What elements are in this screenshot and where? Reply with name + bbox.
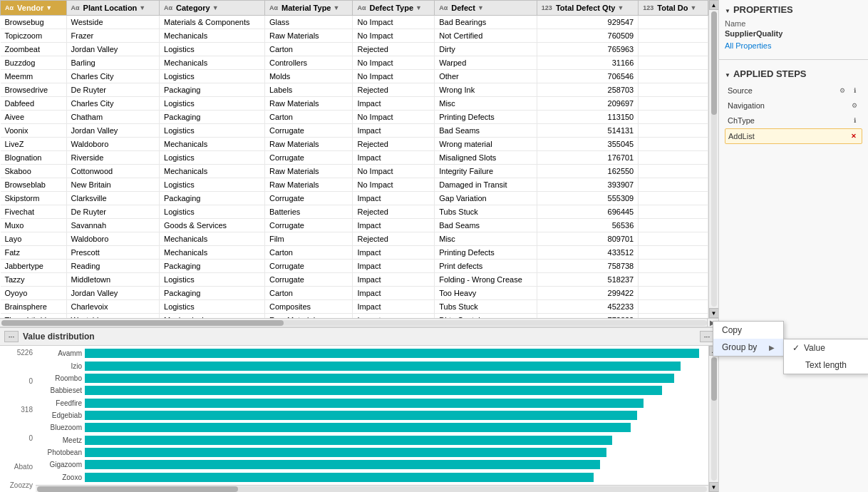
table-row[interactable]: FivechatDe RuyterLogisticsBatteriesRejec…: [1, 205, 708, 219]
y-label: Abato: [3, 463, 33, 471]
cell-3-6: 31166: [537, 56, 638, 70]
table-row[interactable]: LiveZWaldoboroMechanicalsRaw MaterialsRe…: [1, 138, 708, 151]
table-row[interactable]: MuxoSavannahGoods & ServicesCorrugateImp…: [1, 219, 708, 232]
step-settings-icon[interactable]: ⚙: [837, 86, 847, 96]
cell-8-5: Bad Seams: [435, 124, 537, 138]
cell-21-2: Logistics: [160, 300, 265, 314]
cell-3-1: Barling: [66, 56, 160, 70]
step-item-chtype[interactable]: ChType ℹ: [725, 113, 862, 128]
cell-12-2: Logistics: [160, 178, 265, 192]
col-header-defect_type[interactable]: AαDefect Type▼: [353, 1, 435, 16]
table-row[interactable]: BrainsphereCharlevoixLogisticsComposites…: [1, 300, 708, 314]
cell-15-1: Savannah: [66, 219, 160, 232]
col-header-total_do[interactable]: 123Total Do▼: [639, 1, 708, 16]
cell-7-6: 113150: [537, 111, 638, 124]
cell-5-5: Wrong Ink: [435, 83, 537, 97]
applied-steps-header[interactable]: APPLIED STEPS: [725, 68, 862, 79]
cell-13-5: Gap Variation: [435, 192, 537, 205]
cell-0-5: Bad Bearings: [435, 16, 537, 29]
cell-5-6: 258703: [537, 83, 638, 97]
cell-7-3: Carton: [264, 111, 353, 124]
cell-18-2: Packaging: [160, 260, 265, 273]
table-row[interactable]: BrowseblabNew BritainLogisticsRaw Materi…: [1, 178, 708, 192]
table-row[interactable]: SkabooCottonwoodMechanicalsRaw Materials…: [1, 165, 708, 178]
all-properties-link[interactable]: All Properties: [725, 41, 771, 50]
submenu-text-length-item[interactable]: Text length: [784, 357, 868, 374]
col-header-vendor[interactable]: AαVendor▼: [1, 1, 67, 16]
table-row[interactable]: BuzzdogBarlingMechanicalsControllersNo I…: [1, 56, 708, 70]
cell-0-3: Glass: [264, 16, 353, 29]
step-delete-icon[interactable]: ✕: [849, 131, 859, 141]
step-item-source[interactable]: Source ⚙ℹ: [725, 83, 862, 98]
chart-corner-btn[interactable]: ···: [700, 331, 714, 342]
cell-17-5: Printing Defects: [435, 246, 537, 260]
table-row[interactable]: AiveeChathamPackagingCartonNo ImpactPrin…: [1, 111, 708, 124]
cell-8-2: Logistics: [160, 124, 265, 138]
table-row[interactable]: TazzyMiddletownLogisticsCorrugateImpactF…: [1, 273, 708, 287]
table-row[interactable]: SkipstormClarksvillePackagingCorrugateIm…: [1, 192, 708, 205]
table-row[interactable]: BlognationRiversideLogisticsCorrugateImp…: [1, 151, 708, 165]
copy-menu-item[interactable]: Copy: [713, 322, 783, 339]
chart-scroll-down[interactable]: ▼: [709, 482, 719, 492]
step-item-addlist[interactable]: AddList ✕: [725, 128, 862, 144]
cell-15-5: Bad Seams: [435, 219, 537, 232]
step-settings-icon[interactable]: ⚙: [849, 101, 859, 111]
cell-4-6: 706546: [537, 70, 638, 83]
cell-5-2: Packaging: [160, 83, 265, 97]
step-info-icon[interactable]: ℹ: [849, 116, 859, 125]
cell-19-1: Middletown: [66, 273, 160, 287]
bar-fill: [85, 386, 662, 395]
cell-12-1: New Britain: [66, 178, 160, 192]
table-wrapper[interactable]: AαVendor▼AαPlant Location▼AαCategory▼AαM…: [0, 0, 708, 318]
cell-13-6: 555309: [537, 192, 638, 205]
cell-14-0: Fivechat: [1, 205, 67, 219]
group-by-menu-item[interactable]: Group by ▶ ✓ Value Text length: [713, 339, 783, 356]
table-row[interactable]: BrowsebugWestsideMaterials & ComponentsG…: [1, 16, 708, 29]
table-row[interactable]: ZoombeatJordan ValleyLogisticsCartonReje…: [1, 43, 708, 56]
col-header-plant_location[interactable]: AαPlant Location▼: [66, 1, 160, 16]
table-row[interactable]: LayoWaldoboroMechanicalsFilmRejectedMisc…: [1, 232, 708, 246]
cell-5-7: [639, 83, 708, 97]
properties-expand-icon[interactable]: [725, 4, 730, 15]
table-row[interactable]: FatzPrescottMechanicalsCartonImpactPrint…: [1, 246, 708, 260]
scroll-down-btn[interactable]: ▼: [709, 308, 719, 318]
cell-12-0: Browseblab: [1, 178, 67, 192]
table-row[interactable]: VoonixJordan ValleyLogisticsCorrugateImp…: [1, 124, 708, 138]
cell-9-5: Wrong material: [435, 138, 537, 151]
col-header-category[interactable]: AαCategory▼: [160, 1, 265, 16]
bar-fill: [85, 349, 699, 358]
col-header-defect[interactable]: AαDefect▼: [435, 1, 537, 16]
cell-19-6: 518237: [537, 273, 638, 287]
submenu-value-item[interactable]: ✓ Value: [784, 339, 868, 357]
chart-v-scrollbar[interactable]: ▲ ▼: [708, 346, 718, 492]
col-header-total_defect_qty[interactable]: 123Total Defect Qty▼: [537, 1, 638, 16]
cell-11-0: Skaboo: [1, 165, 67, 178]
steps-list: Source ⚙ℹ Navigation ⚙ ChType ℹ AddList …: [725, 83, 862, 144]
table-row[interactable]: JabbertypeReadingPackagingCorrugateImpac…: [1, 260, 708, 273]
table-row[interactable]: TopiczoomFrazerMechanicalsRaw MaterialsN…: [1, 29, 708, 43]
step-item-navigation[interactable]: Navigation ⚙: [725, 98, 862, 113]
col-header-material_type[interactable]: AαMaterial Type▼: [264, 1, 353, 16]
cell-7-0: Aivee: [1, 111, 67, 124]
table-row[interactable]: DabfeedCharles CityLogisticsRaw Material…: [1, 97, 708, 111]
cell-3-4: No Impact: [353, 56, 435, 70]
horizontal-scrollbar[interactable]: ▶: [0, 318, 718, 327]
cell-17-3: Carton: [264, 246, 353, 260]
vertical-scrollbar[interactable]: ▲ ▼: [708, 0, 718, 318]
sidebar-divider: [719, 59, 868, 60]
table-row[interactable]: BrowsedriveDe RuyterPackagingLabelsRejec…: [1, 83, 708, 97]
cell-19-4: Impact: [353, 273, 435, 287]
cell-0-2: Materials & Components: [160, 16, 265, 29]
chart-menu-btn[interactable]: ···: [4, 331, 19, 342]
cell-20-0: Oyoyo: [1, 287, 67, 300]
step-icons: ✕: [849, 131, 859, 141]
chart-y-labels: 522603180AbatoZoozzy: [0, 346, 36, 492]
table-row[interactable]: MeemmCharles CityLogisticsMoldsNo Impact…: [1, 70, 708, 83]
chart-h-scrollbar[interactable]: [36, 485, 708, 492]
cell-5-0: Browsedrive: [1, 83, 67, 97]
table-row[interactable]: OyoyoJordan ValleyPackagingCartonImpactT…: [1, 287, 708, 300]
content-area: AαVendor▼AαPlant Location▼AαCategory▼AαM…: [0, 0, 718, 492]
scroll-up-btn[interactable]: ▲: [709, 0, 719, 10]
step-info-icon[interactable]: ℹ: [849, 86, 859, 96]
cell-9-7: [639, 138, 708, 151]
